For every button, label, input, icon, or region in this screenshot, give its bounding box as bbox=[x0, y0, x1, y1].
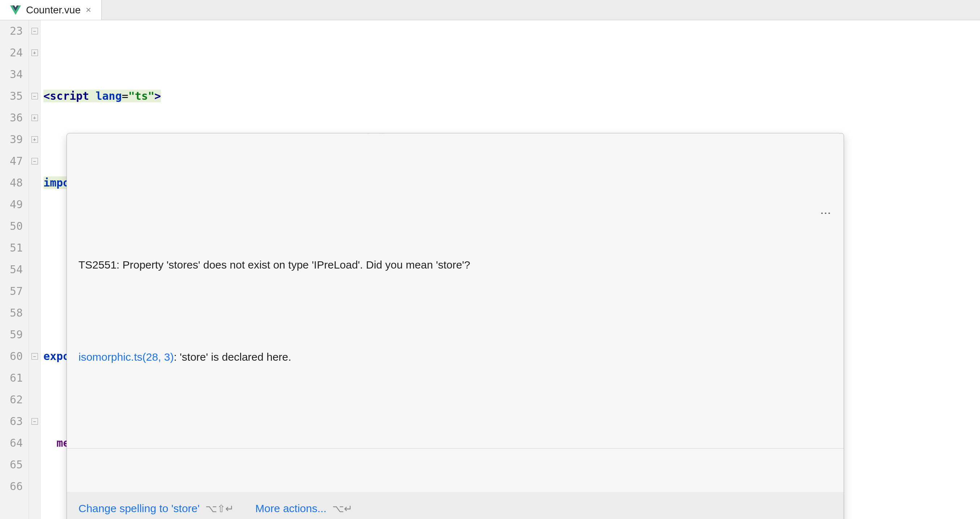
tab-close-icon[interactable]: × bbox=[86, 4, 91, 16]
tooltip-pointer bbox=[368, 133, 382, 141]
token: "ts" bbox=[128, 90, 154, 102]
line-number: 24 bbox=[0, 42, 23, 63]
tab-filename: Counter.vue bbox=[26, 4, 81, 16]
line-number: 59 bbox=[0, 324, 23, 346]
more-options-icon[interactable]: ⋮ bbox=[818, 208, 834, 219]
token: > bbox=[154, 90, 161, 102]
shortcut-hint: ⌥↵ bbox=[332, 503, 352, 514]
error-tooltip: ⋮ TS2551: Property 'stores' does not exi… bbox=[67, 133, 844, 519]
line-number: 35 bbox=[0, 85, 23, 107]
line-number: 58 bbox=[0, 302, 23, 324]
line-number: 49 bbox=[0, 194, 23, 216]
divider bbox=[67, 448, 844, 449]
fold-toggle-icon[interactable]: − bbox=[32, 93, 38, 99]
token: < bbox=[43, 90, 50, 102]
code-area[interactable]: <script lang="ts"> import ... export def… bbox=[40, 20, 980, 519]
tooltip-actions: Change spelling to 'store'⌥⇧↵ More actio… bbox=[67, 492, 844, 519]
error-message: TS2551: Property 'stores' does not exist… bbox=[78, 257, 832, 273]
error-reference: isomorphic.ts(28, 3): 'store' is declare… bbox=[78, 349, 832, 365]
fold-toggle-icon[interactable]: − bbox=[32, 353, 38, 360]
code-editor[interactable]: 23 24 34 35 36 39 47 48 49 50 51 54 57 5… bbox=[0, 20, 980, 519]
fold-toggle-icon[interactable]: − bbox=[32, 418, 38, 425]
line-number: 23 bbox=[0, 20, 23, 42]
fold-toggle-icon[interactable]: + bbox=[32, 136, 38, 143]
fold-toggle-icon[interactable]: − bbox=[32, 158, 38, 165]
quick-fix-action[interactable]: Change spelling to 'store'⌥⇧↵ bbox=[78, 498, 234, 519]
line-number: 47 bbox=[0, 150, 23, 172]
line-number: 54 bbox=[0, 259, 23, 281]
line-number: 39 bbox=[0, 129, 23, 150]
vue-file-icon bbox=[10, 5, 21, 15]
line-number: 65 bbox=[0, 454, 23, 476]
line-number: 60 bbox=[0, 346, 23, 367]
line-number: 62 bbox=[0, 389, 23, 411]
line-number: 34 bbox=[0, 63, 23, 85]
line-number: 50 bbox=[0, 216, 23, 237]
reference-link[interactable]: isomorphic.ts(28, 3) bbox=[78, 351, 173, 363]
line-number: 61 bbox=[0, 367, 23, 389]
line-number: 36 bbox=[0, 107, 23, 129]
fold-toggle-icon[interactable]: + bbox=[32, 49, 38, 56]
line-number: 51 bbox=[0, 237, 23, 259]
token: = bbox=[122, 90, 128, 102]
token: lang bbox=[96, 90, 122, 102]
fold-toggle-icon[interactable]: + bbox=[32, 114, 38, 121]
token: script bbox=[50, 90, 89, 102]
line-number: 64 bbox=[0, 432, 23, 454]
line-number: 48 bbox=[0, 172, 23, 194]
line-number: 57 bbox=[0, 281, 23, 302]
line-number: 63 bbox=[0, 411, 23, 432]
fold-gutter: − + − + + − − − bbox=[29, 20, 40, 519]
tooltip-body: ⋮ TS2551: Property 'stores' does not exi… bbox=[67, 198, 844, 405]
editor-tab[interactable]: Counter.vue × bbox=[0, 0, 102, 20]
line-number-gutter: 23 24 34 35 36 39 47 48 49 50 51 54 57 5… bbox=[0, 20, 29, 519]
tab-bar: Counter.vue × bbox=[0, 0, 980, 20]
code-line: <script lang="ts"> bbox=[40, 85, 980, 107]
fold-toggle-icon[interactable]: − bbox=[32, 28, 38, 34]
line-number: 66 bbox=[0, 476, 23, 497]
more-actions[interactable]: More actions...⌥↵ bbox=[255, 498, 352, 519]
shortcut-hint: ⌥⇧↵ bbox=[205, 503, 234, 514]
